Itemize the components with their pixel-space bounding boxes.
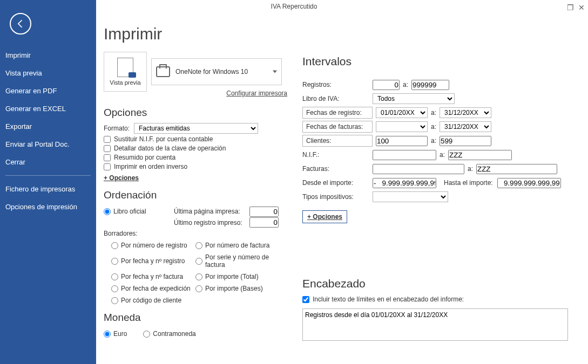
rad-libro-oficial[interactable]: Libro oficial: [104, 208, 174, 215]
clientes-to[interactable]: [440, 136, 491, 146]
hasta-importe-label: Hasta el importe:: [444, 179, 493, 187]
facturas-to[interactable]: [476, 164, 557, 174]
rad-num-registro[interactable]: Por número de registro: [111, 242, 192, 249]
tipos-select[interactable]: [373, 191, 448, 202]
chk-resumido[interactable]: Resumido por cuenta: [104, 154, 297, 161]
sidebar-item-vista-previa[interactable]: Vista previa: [0, 64, 96, 82]
sidebar-item-imprimir[interactable]: Imprimir: [0, 46, 96, 64]
fecreg-to[interactable]: 31/12/20XX: [440, 107, 491, 118]
rad-euro[interactable]: Euro: [104, 330, 127, 338]
close-icon[interactable]: ✕: [578, 1, 585, 14]
facturas-from[interactable]: [373, 164, 464, 174]
rad-fecha-factura[interactable]: Por fecha y nº factura: [111, 273, 192, 280]
facturas-label: Facturas:: [302, 165, 373, 173]
printer-selector[interactable]: OneNote for Windows 10: [151, 58, 282, 85]
rad-fecha-registro[interactable]: Por fecha y nº registro: [111, 253, 192, 269]
sidebar-item-portal[interactable]: Enviar al Portal Doc.: [0, 135, 96, 153]
formato-select[interactable]: Facturas emitidas: [134, 123, 258, 134]
encabezado-textarea[interactable]: [302, 308, 568, 341]
clientes-button[interactable]: Clientes:: [302, 135, 373, 147]
configure-printer-link[interactable]: Configurar impresora: [226, 90, 287, 97]
chk-orden-inverso[interactable]: Imprimir en orden inverso: [104, 163, 297, 170]
clientes-from[interactable]: [376, 136, 428, 146]
nif-from[interactable]: [373, 150, 436, 160]
rad-fecha-expedicion[interactable]: Por fecha de expedición: [111, 285, 192, 292]
page-title: Imprimir: [104, 25, 577, 43]
document-print-icon: [117, 58, 133, 77]
desde-importe-input[interactable]: [373, 178, 436, 188]
fecfac-to[interactable]: 31/12/20XX: [440, 121, 491, 132]
sidebar: Imprimir Vista previa Generar en PDF Gen…: [0, 0, 96, 364]
back-button[interactable]: [10, 13, 31, 35]
fechas-facturas-button[interactable]: Fechas de facturas:: [302, 121, 373, 133]
window-title: IVA Repercutido: [271, 3, 317, 10]
sidebar-item-cerrar[interactable]: Cerrar: [0, 153, 96, 171]
registros-label: Registros:: [302, 81, 373, 88]
encabezado-heading: Encabezado: [302, 277, 577, 290]
hasta-importe-input[interactable]: [497, 178, 561, 188]
printer-name: OneNote for Windows 10: [175, 68, 248, 75]
tipos-label: Tipos impositivos:: [302, 193, 373, 201]
rad-contramoneda[interactable]: Contramoneda: [143, 330, 195, 338]
chk-detallar-clave[interactable]: Detallar datos de la clave de operación: [104, 145, 297, 152]
chevron-down-icon: [273, 71, 277, 73]
arrow-left-icon: [15, 18, 26, 29]
libroiva-label: Libro de IVA:: [302, 95, 373, 102]
printer-icon: [156, 66, 170, 77]
ordenacion-heading: Ordenación: [104, 189, 297, 201]
fecfac-from[interactable]: [376, 121, 428, 132]
rad-serie-factura[interactable]: Por serie y número de factura: [195, 253, 287, 269]
opciones-heading: Opciones: [104, 107, 297, 119]
borradores-label: Borradores:: [104, 230, 297, 237]
rad-importe-bases[interactable]: Por importe (Bases): [195, 285, 287, 292]
registros-from[interactable]: [373, 80, 400, 90]
ultreg-input[interactable]: [249, 217, 279, 228]
opciones-more-link[interactable]: + Opciones: [104, 174, 139, 182]
desde-importe-label: Desde el importe:: [302, 179, 373, 187]
fechas-registro-button[interactable]: Fechas de registro:: [302, 107, 373, 119]
rad-codigo-cliente[interactable]: Por código de cliente: [111, 297, 192, 304]
formato-label: Formato:: [104, 125, 134, 132]
sidebar-item-fichero[interactable]: Fichero de impresoras: [0, 180, 96, 198]
ultreg-label: Último registro impreso:: [174, 219, 249, 226]
nif-to[interactable]: [448, 150, 512, 160]
registros-to[interactable]: [411, 80, 449, 90]
moneda-heading: Moneda: [104, 312, 297, 324]
intervalos-more-link[interactable]: + Opciones: [302, 210, 347, 223]
vista-previa-button[interactable]: Vista previa: [104, 52, 147, 92]
fecreg-from[interactable]: 01/01/20XX: [376, 107, 428, 118]
maximize-icon[interactable]: ❐: [567, 1, 574, 14]
sidebar-item-exportar[interactable]: Exportar: [0, 118, 96, 135]
rad-num-factura[interactable]: Por número de factura: [195, 242, 287, 249]
libroiva-select[interactable]: Todos: [373, 93, 455, 104]
chk-incluir-texto[interactable]: Incluir texto de límites en el encabezad…: [302, 296, 577, 303]
ultpag-label: Última página impresa:: [174, 208, 249, 215]
nif-label: N.I.F.:: [302, 151, 373, 159]
sidebar-item-pdf[interactable]: Generar en PDF: [0, 82, 96, 100]
rad-importe-total[interactable]: Por importe (Total): [195, 273, 287, 280]
intervalos-heading: Intervalos: [302, 55, 577, 68]
chk-sustituir-nif[interactable]: Sustituir N.I.F. por cuenta contable: [104, 135, 297, 143]
ultpag-input[interactable]: [249, 207, 279, 217]
vista-previa-label: Vista previa: [110, 79, 140, 86]
sidebar-item-opciones[interactable]: Opciones de impresión: [0, 198, 96, 216]
sidebar-item-excel[interactable]: Generar en EXCEL: [0, 100, 96, 118]
